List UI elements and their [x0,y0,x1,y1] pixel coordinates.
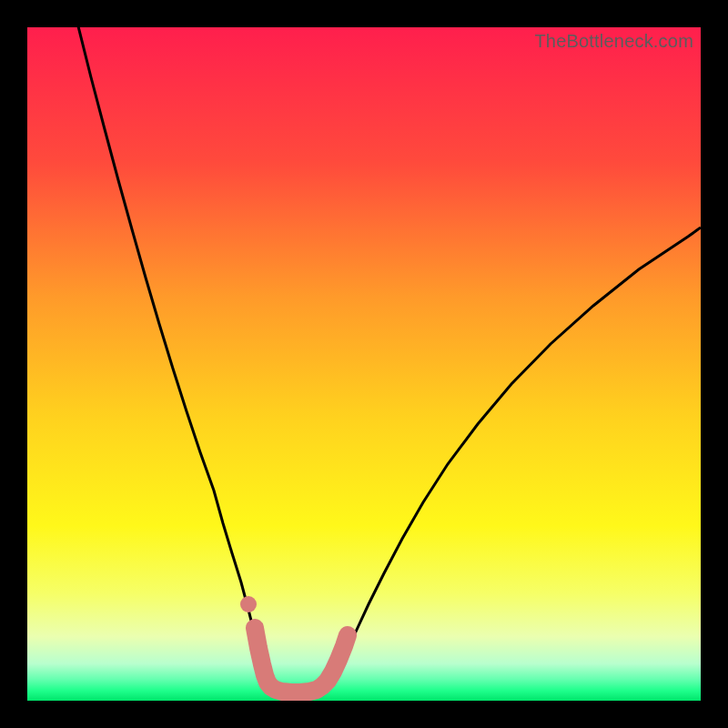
black-curve [77,27,701,695]
watermark-text: TheBottleneck.com [534,31,693,52]
salmon-overlay [255,628,348,693]
chart-frame: TheBottleneck.com [27,27,701,701]
salmon-dot [240,596,257,612]
curve-layer [27,27,701,701]
plot-area [27,27,701,701]
